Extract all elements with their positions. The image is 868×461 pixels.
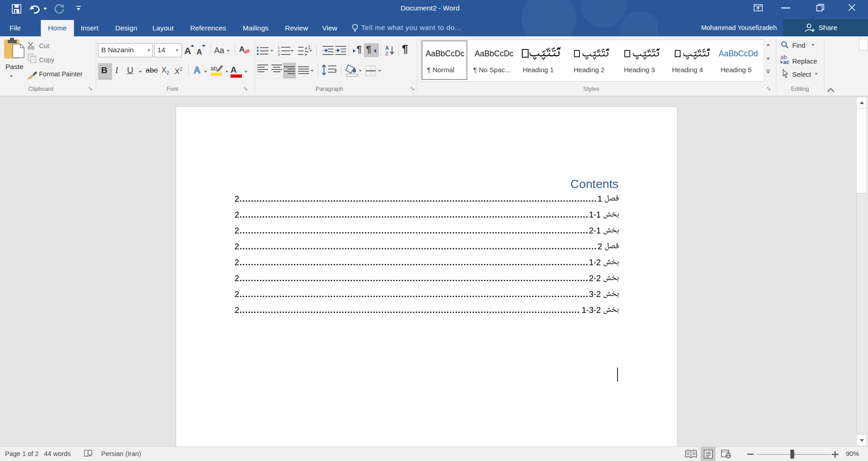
svg-text:A: A bbox=[385, 45, 389, 50]
svg-text:a: a bbox=[305, 46, 307, 50]
svg-text:Z: Z bbox=[385, 51, 388, 56]
svg-text:1: 1 bbox=[308, 45, 311, 50]
svg-text:ac: ac bbox=[783, 59, 790, 64]
svg-text:ab: ab bbox=[211, 65, 217, 72]
svg-text:i: i bbox=[305, 53, 306, 56]
svg-text:3: 3 bbox=[278, 53, 280, 56]
